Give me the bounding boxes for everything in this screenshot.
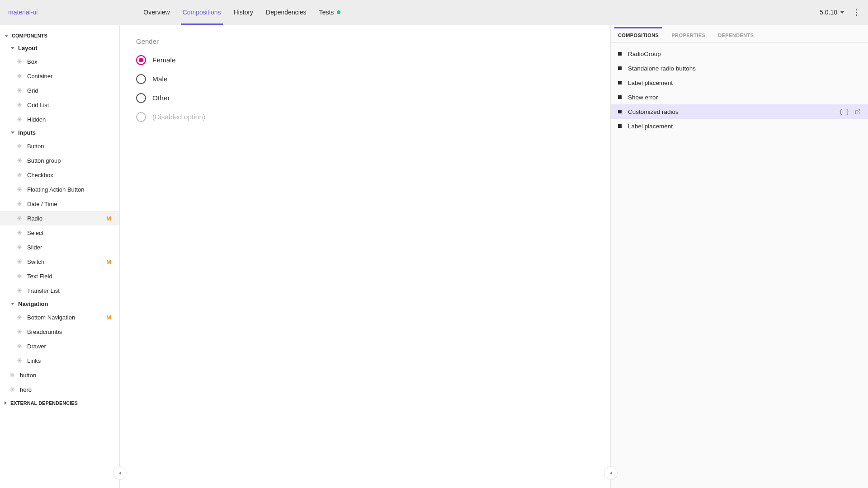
sidebar-item-label: Radio	[27, 215, 42, 222]
svg-point-12	[19, 104, 20, 105]
sidebar-item-switch[interactable]: SwitchM	[0, 254, 119, 269]
react-icon	[16, 273, 23, 279]
sidebar-item-select[interactable]: Select	[0, 225, 119, 240]
form-legend: Gender	[136, 38, 594, 45]
react-icon	[16, 143, 23, 149]
group-layout[interactable]: Layout	[0, 42, 119, 54]
square-bullet-icon	[618, 95, 622, 99]
collapse-right-panel-button[interactable]	[604, 466, 618, 480]
chevron-down-icon	[11, 303, 14, 305]
chevron-down-icon	[11, 47, 14, 49]
react-icon	[16, 102, 23, 108]
composition-item-radiogroup[interactable]: RadioGroup{ }	[611, 47, 868, 61]
react-icon	[16, 230, 23, 236]
svg-point-4	[19, 75, 20, 76]
svg-point-76	[19, 360, 20, 361]
sidebar-item-label: Button	[27, 143, 44, 150]
sidebar-item-text-field[interactable]: Text Field	[0, 269, 119, 283]
svg-point-52	[19, 261, 20, 262]
sidebar-item-label: hero	[20, 386, 32, 393]
sidebar-item-grid-list[interactable]: Grid List	[0, 98, 119, 112]
sidebar-item-slider[interactable]: Slider	[0, 240, 119, 254]
radio-label: Male	[152, 75, 168, 83]
react-icon	[16, 201, 23, 207]
svg-point-24	[19, 160, 20, 161]
radio-option-other[interactable]: Other	[136, 89, 594, 108]
tab-overview[interactable]: Overview	[137, 0, 176, 25]
tab-history[interactable]: History	[227, 0, 260, 25]
react-icon	[16, 357, 23, 364]
open-external-icon[interactable]	[855, 109, 861, 115]
composition-item-label-placement[interactable]: Label placement{ }	[611, 119, 868, 133]
composition-item-label-placement[interactable]: Label placement{ }	[611, 75, 868, 90]
radio-option-male[interactable]: Male	[136, 70, 594, 89]
sidebar-item-checkbox[interactable]: Checkbox	[0, 168, 119, 182]
composition-item-label: Standalone radio buttons	[628, 65, 696, 72]
sidebar-item-bottom-navigation[interactable]: Bottom NavigationM	[0, 310, 119, 324]
sidebar-item-box[interactable]: Box	[0, 54, 119, 69]
right-panel: Compositions Properties Dependents Radio…	[610, 25, 868, 488]
svg-point-40	[19, 218, 20, 219]
sidebar-item-label: Box	[27, 58, 37, 65]
section-external-deps[interactable]: External Dependencies	[0, 397, 119, 409]
sidebar-item-radio[interactable]: RadioM	[0, 211, 119, 225]
react-icon	[16, 172, 23, 178]
section-components-label: Components	[12, 33, 47, 38]
tab-tests[interactable]: Tests	[313, 0, 347, 25]
composition-item-label: Label placement	[628, 80, 673, 86]
sidebar-item-links[interactable]: Links	[0, 353, 119, 368]
rp-tab-properties[interactable]: Properties	[670, 28, 707, 42]
composition-item-standalone-radio-buttons[interactable]: Standalone radio buttons{ }	[611, 61, 868, 75]
svg-point-36	[19, 203, 20, 204]
sidebar-item-label: Floating Action Button	[27, 186, 84, 193]
sidebar-item-label: Drawer	[27, 343, 46, 350]
radio-label: Female	[152, 56, 176, 64]
sidebar-item-label: Date / Time	[27, 201, 57, 207]
chevron-down-icon	[5, 35, 8, 37]
group-inputs[interactable]: Inputs	[0, 127, 119, 139]
sidebar-item-date-time[interactable]: Date / Time	[0, 197, 119, 211]
sidebar-item-hidden[interactable]: Hidden	[0, 112, 119, 127]
brand-link[interactable]: material-ui	[8, 9, 38, 16]
collapse-sidebar-button[interactable]	[113, 466, 127, 480]
code-braces-icon[interactable]: { }	[839, 108, 849, 115]
sidebar-item-label: Transfer List	[27, 287, 60, 294]
rp-tab-compositions[interactable]: Compositions	[616, 28, 660, 42]
sidebar-item-label: Grid List	[27, 102, 49, 108]
square-bullet-icon	[618, 81, 622, 84]
group-navigation[interactable]: Navigation	[0, 298, 119, 310]
section-components[interactable]: Components	[0, 29, 119, 42]
sidebar-item-container[interactable]: Container	[0, 69, 119, 83]
composition-item-customized-radios[interactable]: Customized radios{ }	[611, 104, 868, 119]
section-external-deps-label: External Dependencies	[10, 400, 78, 406]
tab-compositions[interactable]: Compositions	[176, 0, 227, 25]
radio-label: (Disabled option)	[152, 113, 205, 121]
more-menu-button[interactable]	[853, 9, 860, 16]
svg-point-0	[19, 61, 20, 62]
sidebar-item-label: Container	[27, 73, 52, 80]
svg-point-20	[19, 145, 20, 146]
radio-option-female[interactable]: Female	[136, 51, 594, 70]
sidebar-item-breadcrumbs[interactable]: Breadcrumbs	[0, 324, 119, 339]
sidebar-item-button[interactable]: button	[0, 368, 119, 382]
sidebar-item-button[interactable]: Button	[0, 139, 119, 153]
react-icon	[16, 157, 23, 164]
sidebar-item-button-group[interactable]: Button group	[0, 153, 119, 168]
sidebar-item-drawer[interactable]: Drawer	[0, 339, 119, 353]
right-panel-tabs: Compositions Properties Dependents	[611, 25, 868, 43]
react-icon	[16, 186, 23, 192]
composition-item-show-error[interactable]: Show error{ }	[611, 90, 868, 104]
version-selector[interactable]: 5.0.10	[820, 9, 844, 16]
sidebar-item-floating-action-button[interactable]: Floating Action Button	[0, 182, 119, 197]
sidebar-item-label: Switch	[27, 258, 44, 265]
sidebar-item-hero[interactable]: hero	[0, 382, 119, 397]
sidebar-item-transfer-list[interactable]: Transfer List	[0, 283, 119, 298]
sidebar-item-grid[interactable]: Grid	[0, 83, 119, 98]
rp-tab-dependents[interactable]: Dependents	[716, 28, 755, 42]
radio-label: Other	[152, 94, 170, 102]
react-icon	[16, 258, 23, 265]
react-icon	[9, 372, 15, 378]
sidebar-item-label: Button group	[27, 157, 61, 164]
tab-dependencies[interactable]: Dependencies	[259, 0, 313, 25]
sidebar-item-label: Grid	[27, 87, 38, 94]
